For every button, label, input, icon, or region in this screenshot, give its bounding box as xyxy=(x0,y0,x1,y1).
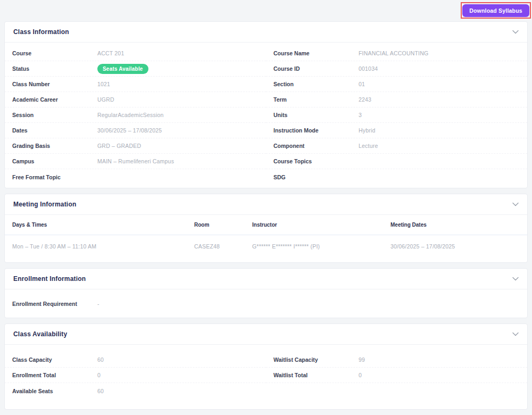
column-header-room: Room xyxy=(194,222,252,228)
field-row-status: Status Seats Available xyxy=(5,61,266,77)
field-label: Course xyxy=(12,50,97,56)
class-information-right-column: Course Name FINANCIAL ACCOUNTING Course … xyxy=(266,46,527,185)
field-label: Status xyxy=(12,65,97,72)
field-value: 01 xyxy=(359,81,365,87)
status-badge: Seats Available xyxy=(97,64,148,74)
field-row-units: Units 3 xyxy=(266,107,527,123)
field-row-campus: Campus MAIN – Rumelifeneri Campus xyxy=(5,154,266,169)
field-label: Enrollment Total xyxy=(12,372,97,378)
field-value: Lecture xyxy=(359,143,378,149)
field-label: Units xyxy=(273,112,359,118)
field-value: 0 xyxy=(97,372,101,378)
field-row-course-name: Course Name FINANCIAL ACCOUNTING xyxy=(266,46,527,61)
field-value: FINANCIAL ACCOUNTING xyxy=(359,50,428,56)
field-label: Waitlist Total xyxy=(273,372,359,378)
field-label: Waitlist Capacity xyxy=(273,356,359,363)
field-row-course-id: Course ID 001034 xyxy=(266,61,527,77)
field-value: UGRD xyxy=(97,96,114,103)
field-value: 3 xyxy=(359,112,362,118)
field-value: RegularAcademicSession xyxy=(97,112,164,118)
field-row-course: Course ACCT 201 xyxy=(5,46,266,61)
field-value: 0 xyxy=(359,372,362,378)
field-row-academic-career: Academic Career UGRD xyxy=(5,92,266,107)
field-row-free-format-topic: Free Format Topic xyxy=(5,169,266,185)
meeting-information-header[interactable]: Meeting Information xyxy=(5,194,527,215)
field-label: Grading Basis xyxy=(12,143,97,149)
field-row-grading-basis: Grading Basis GRD – GRADED xyxy=(5,138,266,154)
chevron-down-icon[interactable] xyxy=(512,277,519,281)
section-title: Class Information xyxy=(13,28,69,36)
field-value: Hybrid xyxy=(359,127,376,134)
field-row-course-topics: Course Topics xyxy=(266,154,527,169)
field-row-available-seats: Available Seats 60 xyxy=(5,383,266,399)
field-value: 001034 xyxy=(359,65,378,72)
enrollment-information-body: Enrollment Requirement - xyxy=(5,289,527,318)
chevron-down-icon[interactable] xyxy=(512,332,519,336)
class-information-body: Course ACCT 201 Status Seats Available C… xyxy=(5,43,527,188)
field-value: 1021 xyxy=(97,81,110,87)
field-label: Component xyxy=(273,143,359,149)
meeting-information-card: Meeting Information Days & Times Room In… xyxy=(4,194,528,263)
field-label: Course Topics xyxy=(273,158,359,164)
meeting-instructor: G****** E******* I****** (PI) xyxy=(252,243,390,250)
field-value: - xyxy=(97,301,99,307)
field-value: 99 xyxy=(359,356,365,363)
field-label: Course ID xyxy=(273,65,359,72)
field-row-enrollment-requirement: Enrollment Requirement - xyxy=(5,296,527,311)
section-title: Meeting Information xyxy=(13,201,76,208)
field-row-class-capacity: Class Capacity 60 xyxy=(5,352,266,368)
meeting-table-header: Days & Times Room Instructor Meeting Dat… xyxy=(5,215,527,235)
field-row-session: Session RegularAcademicSession xyxy=(5,107,266,123)
field-label: Campus xyxy=(12,158,97,164)
field-value: 2243 xyxy=(359,96,371,103)
section-title: Class Availability xyxy=(13,330,67,338)
field-label: Session xyxy=(12,112,97,118)
enrollment-information-header[interactable]: Enrollment Information xyxy=(5,269,527,289)
field-label: Term xyxy=(273,96,359,103)
class-availability-body: Class Capacity 60 Enrollment Total 0 Ava… xyxy=(5,345,527,409)
meeting-room: CASEZ48 xyxy=(194,243,252,250)
field-row-empty xyxy=(266,383,527,399)
class-availability-right-column: Waitlist Capacity 99 Waitlist Total 0 xyxy=(266,352,527,399)
class-availability-left-column: Class Capacity 60 Enrollment Total 0 Ava… xyxy=(5,352,266,399)
meeting-dates: 30/06/2025 – 17/08/2025 xyxy=(390,243,520,250)
field-row-sdg: SDG xyxy=(266,169,527,185)
class-information-header[interactable]: Class Information xyxy=(5,22,527,43)
column-header-instructor: Instructor xyxy=(252,222,390,228)
field-value: 60 xyxy=(97,356,104,363)
field-label: Section xyxy=(273,81,359,87)
section-title: Enrollment Information xyxy=(13,275,86,283)
field-label: Course Name xyxy=(273,50,359,56)
field-row-term: Term 2243 xyxy=(266,92,527,107)
field-label: SDG xyxy=(273,174,359,180)
field-value: 60 xyxy=(97,388,104,394)
column-header-days-times: Days & Times xyxy=(12,222,194,228)
field-value: 30/06/2025 – 17/08/2025 xyxy=(97,127,162,134)
download-syllabus-button[interactable]: Download Syllabus xyxy=(462,4,529,17)
field-row-waitlist-total: Waitlist Total 0 xyxy=(266,368,527,383)
annotation-highlight-box: Download Syllabus xyxy=(461,2,531,19)
field-label: Class Number xyxy=(12,81,97,87)
field-row-section: Section 01 xyxy=(266,77,527,92)
field-value: GRD – GRADED xyxy=(97,143,141,149)
field-label: Academic Career xyxy=(12,96,97,103)
meeting-table-row: Mon – Tue / 8:30 AM – 11:10 AM CASEZ48 G… xyxy=(5,235,527,262)
meeting-days-times: Mon – Tue / 8:30 AM – 11:10 AM xyxy=(12,243,194,250)
field-row-waitlist-capacity: Waitlist Capacity 99 xyxy=(266,352,527,368)
field-row-dates: Dates 30/06/2025 – 17/08/2025 xyxy=(5,123,266,138)
field-row-instruction-mode: Instruction Mode Hybrid xyxy=(266,123,527,138)
field-label: Enrollment Requirement xyxy=(12,301,97,307)
field-row-component: Component Lecture xyxy=(266,138,527,154)
class-availability-header[interactable]: Class Availability xyxy=(5,324,527,345)
field-label: Available Seats xyxy=(12,388,97,394)
column-header-meeting-dates: Meeting Dates xyxy=(390,222,520,228)
field-value: MAIN – Rumelifeneri Campus xyxy=(97,158,174,164)
chevron-down-icon[interactable] xyxy=(512,30,519,34)
enrollment-information-card: Enrollment Information Enrollment Requir… xyxy=(4,268,528,318)
field-label: Instruction Mode xyxy=(273,127,359,134)
chevron-down-icon[interactable] xyxy=(512,202,519,206)
class-information-card: Class Information Course ACCT 201 Status… xyxy=(4,21,528,188)
field-row-class-number: Class Number 1021 xyxy=(5,77,266,92)
field-label: Dates xyxy=(12,127,97,134)
class-availability-card: Class Availability Class Capacity 60 Enr… xyxy=(4,323,528,410)
